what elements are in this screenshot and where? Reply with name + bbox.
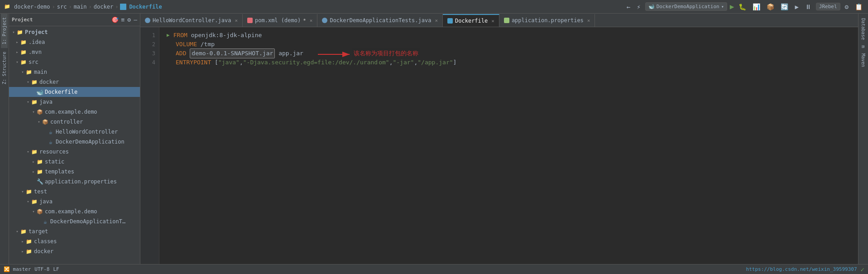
jrebel-badge[interactable]: JRebel bbox=[816, 3, 840, 10]
jrebel-label: JRebel bbox=[819, 4, 837, 10]
tree-item-appprops-sidebar[interactable]: 🔧 application.properties bbox=[9, 177, 140, 187]
sidebar-action-close[interactable]: — bbox=[134, 16, 137, 23]
folder-icon-docker2: 📁 bbox=[25, 248, 33, 255]
tree-item-com-example[interactable]: 📦 com.example.demo bbox=[9, 107, 140, 117]
tree-item-controller[interactable]: 📦 controller bbox=[9, 117, 140, 127]
tree-item-src[interactable]: 📁 src bbox=[9, 57, 140, 67]
tab-tests[interactable]: DockerDemoApplicationTests.java × bbox=[317, 14, 443, 27]
debug-button[interactable]: 🐛 bbox=[737, 2, 748, 11]
arrow-docker2 bbox=[20, 249, 25, 254]
tree-item-test-java[interactable]: 📁 java bbox=[9, 197, 140, 207]
tree-item-target[interactable]: 📁 target bbox=[9, 226, 140, 236]
from-value: openjdk:8-jdk-alpine bbox=[187, 31, 262, 40]
project-tab[interactable]: 1: Project bbox=[1, 14, 8, 48]
sync-button[interactable]: 🔄 bbox=[779, 2, 790, 11]
label-dockerfile: Dockerfile bbox=[45, 89, 77, 95]
code-line-2: VOLUME /tmp bbox=[167, 40, 851, 49]
arrow-idea bbox=[14, 39, 20, 45]
right-vtab-m[interactable]: m bbox=[860, 43, 867, 51]
label-com-example: com.example.demo bbox=[45, 109, 97, 115]
sidebar-action-collapse[interactable]: ≡ bbox=[121, 16, 125, 23]
status-url[interactable]: https://blog.csdn.net/weixin_39599307 bbox=[746, 266, 857, 272]
tree-item-project[interactable]: 📁 Project bbox=[9, 27, 140, 37]
folder-icon-test: 📁 bbox=[25, 188, 33, 195]
run-gutter-1[interactable]: ▶ bbox=[167, 31, 170, 40]
tree-item-main[interactable]: 📁 main bbox=[9, 67, 140, 77]
tree-item-resources[interactable]: 📁 resources bbox=[9, 147, 140, 157]
run-config-selector[interactable]: 🐋 DockerDemoApplication ▾ bbox=[645, 2, 727, 11]
run2-button[interactable]: ▶ bbox=[793, 2, 800, 11]
arrow-java-folder bbox=[25, 99, 31, 105]
tree-item-docker-app[interactable]: ☕ DockerDemoApplication bbox=[9, 137, 140, 147]
icon-hello-java: ☕ bbox=[47, 128, 54, 135]
sidebar-action-locate[interactable]: 🎯 bbox=[111, 16, 119, 23]
structure-tab[interactable]: Z: Structure bbox=[1, 48, 8, 88]
run-config-chevron[interactable]: ▾ bbox=[721, 4, 724, 9]
tree-item-test-com[interactable]: 📦 com.example.demo bbox=[9, 207, 140, 216]
label-src: src bbox=[29, 59, 38, 65]
breadcrumb-main[interactable]: main bbox=[74, 4, 87, 10]
tree-item-test[interactable]: 📁 test bbox=[9, 187, 140, 197]
icon-tab-pom bbox=[247, 18, 253, 23]
arrow-main bbox=[20, 69, 25, 75]
lightning-button[interactable]: ⚡ bbox=[635, 2, 642, 11]
tree-item-idea[interactable]: 📁 .idea bbox=[9, 37, 140, 47]
sidebar-title: Project bbox=[12, 17, 33, 23]
arrow-test bbox=[20, 189, 25, 194]
tree-item-hello-controller[interactable]: ☕ HelloWordController bbox=[9, 127, 140, 137]
arrow-src bbox=[14, 59, 20, 65]
tab-close-dockerfile[interactable]: × bbox=[491, 18, 494, 24]
tree-item-mvn[interactable]: 📁 .mvn bbox=[9, 47, 140, 57]
sidebar-action-settings[interactable]: ⚙ bbox=[127, 16, 131, 23]
tab-hello[interactable]: HelloWordController.java × bbox=[140, 14, 243, 27]
label-main: main bbox=[34, 69, 47, 75]
code-content[interactable]: ▶ FROM openjdk:8-jdk-alpine VOLUME /tmp … bbox=[159, 27, 858, 264]
tab-close-hello[interactable]: × bbox=[235, 18, 238, 24]
label-docker-app: DockerDemoApplication bbox=[56, 139, 125, 145]
tree-item-docker2[interactable]: 📁 docker bbox=[9, 246, 140, 256]
tree-item-static[interactable]: 📁 static bbox=[9, 157, 140, 167]
tree-item-app-tests[interactable]: ☕ DockerDemoApplicationT… bbox=[9, 216, 140, 226]
tab-close-appprops[interactable]: × bbox=[587, 18, 590, 24]
menu-button1[interactable]: ⚙ bbox=[843, 2, 850, 11]
tree-item-templates[interactable]: 📁 templates bbox=[9, 167, 140, 177]
run-button[interactable]: ▶ bbox=[730, 2, 734, 11]
icon-test-package: 📦 bbox=[36, 208, 43, 215]
label-test-com: com.example.demo bbox=[45, 208, 97, 215]
label-resources: resources bbox=[39, 149, 69, 155]
breadcrumb-src[interactable]: src bbox=[57, 4, 67, 10]
tab-pom[interactable]: pom.xml (demo) * × bbox=[243, 14, 317, 27]
editor-area: HelloWordController.java × pom.xml (demo… bbox=[140, 14, 858, 264]
code-editor[interactable]: 1 2 3 4 ▶ FROM openjdk:8-jdk-alpine VOLU… bbox=[140, 27, 858, 264]
icon-resources: 📁 bbox=[31, 148, 38, 155]
menu-button2[interactable]: 📋 bbox=[853, 2, 864, 11]
tree-item-java-folder[interactable]: 📁 java bbox=[9, 97, 140, 107]
kw-from: FROM bbox=[173, 31, 187, 40]
icon-tab-tests bbox=[322, 18, 327, 23]
back-button[interactable]: ← bbox=[625, 2, 632, 11]
left-panel-tabs: 1: Project Z: Structure bbox=[0, 14, 9, 264]
sidebar-actions: 🎯 ≡ ⚙ — bbox=[111, 16, 137, 23]
breadcrumb-dockerfile[interactable]: Dockerfile bbox=[129, 4, 162, 10]
tab-close-tests[interactable]: × bbox=[435, 18, 438, 24]
status-bar: 🔀 master UTF-8 LF https://blog.csdn.net/… bbox=[0, 264, 868, 274]
breadcrumb-docker[interactable]: docker bbox=[94, 4, 113, 10]
right-vtab-maven[interactable]: Maven bbox=[860, 51, 867, 70]
coverage-button[interactable]: 📊 bbox=[751, 2, 762, 11]
tree-item-docker-folder[interactable]: 📁 docker bbox=[9, 77, 140, 87]
pause-button[interactable]: ⏸ bbox=[803, 2, 813, 11]
icon-tab-hello bbox=[145, 18, 150, 23]
breadcrumb-project[interactable]: docker-demo bbox=[14, 4, 50, 10]
right-vtab-database[interactable]: Database bbox=[860, 15, 867, 43]
label-docker2: docker bbox=[34, 248, 53, 255]
folder-icon-idea: 📁 bbox=[20, 38, 27, 46]
tree-item-classes[interactable]: 📁 classes bbox=[9, 236, 140, 246]
tab-appprops[interactable]: application.properties × bbox=[499, 14, 595, 27]
tree-item-dockerfile[interactable]: 🐋 Dockerfile bbox=[9, 87, 140, 97]
code-line-3: ADD demo-0.0.1-SNAPSHOT.jar app.jar bbox=[167, 49, 851, 58]
top-bar: 📁 docker-demo › src › main › docker › Do… bbox=[0, 0, 868, 14]
line-num-1: 1 bbox=[142, 31, 155, 40]
profile-button[interactable]: 📦 bbox=[765, 2, 776, 11]
tab-dockerfile[interactable]: Dockerfile × bbox=[443, 14, 499, 27]
tab-close-pom[interactable]: × bbox=[310, 18, 313, 24]
